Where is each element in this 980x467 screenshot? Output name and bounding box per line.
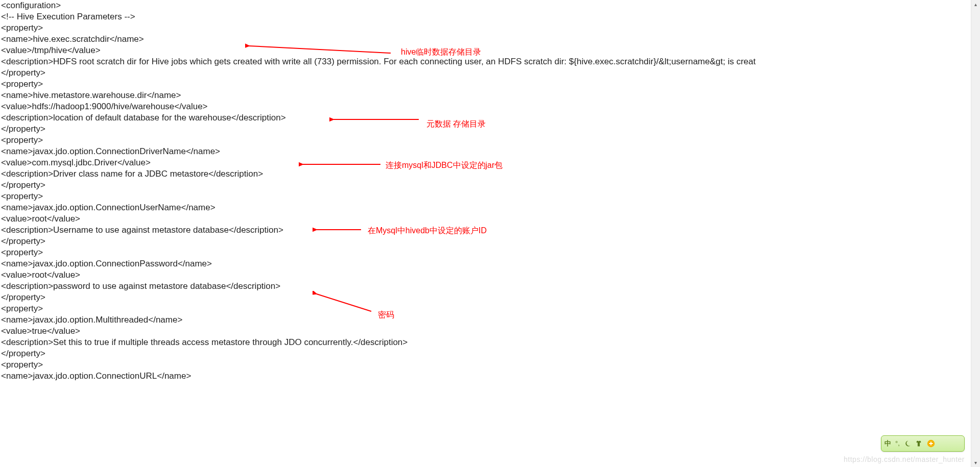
shirt-icon[interactable]: [915, 440, 922, 447]
tools-icon[interactable]: [926, 439, 936, 448]
code-line: <property>: [0, 247, 980, 258]
code-line: </property>: [0, 180, 980, 191]
code-line: <property>: [0, 22, 980, 34]
annotation-text: 在Mysql中hivedb中设定的账户ID: [368, 226, 487, 236]
code-line: <description>password to use against met…: [0, 281, 980, 292]
annotation-text: 密码: [378, 310, 394, 321]
code-line: <value>/tmp/hive</value>: [0, 45, 980, 56]
code-line: <name>javax.jdo.option.ConnectionUserNam…: [0, 202, 980, 213]
annotation-text: 元数据 存储目录: [426, 119, 486, 130]
code-line: <value>true</value>: [0, 326, 980, 337]
code-line: <description>Set this to true if multipl…: [0, 337, 980, 348]
code-line: </property>: [0, 292, 980, 303]
code-line: </property>: [0, 236, 980, 247]
code-line: <value>hdfs://hadoop1:9000/hive/warehous…: [0, 101, 980, 112]
scroll-down-icon[interactable]: ▾: [971, 458, 980, 467]
code-line: <description>HDFS root scratch dir for H…: [0, 56, 980, 67]
code-line: <configuration>: [0, 0, 980, 11]
scroll-up-icon[interactable]: ▴: [971, 0, 980, 9]
ime-language-label[interactable]: 中: [885, 439, 891, 448]
code-line: <name>hive.metastore.warehouse.dir</name…: [0, 90, 980, 101]
ime-toolbar[interactable]: 中 °,: [881, 435, 965, 452]
code-line: <property>: [0, 303, 980, 314]
code-line: <name>javax.jdo.option.ConnectionDriverN…: [0, 146, 980, 157]
code-line: </property>: [0, 348, 980, 359]
ime-punct-icon[interactable]: °,: [895, 439, 900, 448]
code-line: <name>hive.exec.scratchdir</name>: [0, 34, 980, 45]
code-line: </property>: [0, 124, 980, 135]
code-line: <description>location of default databas…: [0, 112, 980, 124]
code-line: <property>: [0, 359, 980, 371]
code-line: <name>javax.jdo.option.Multithreaded</na…: [0, 314, 980, 326]
code-line: <value>root</value>: [0, 213, 980, 225]
code-line: <name>javax.jdo.option.ConnectionPasswor…: [0, 258, 980, 269]
code-line: </property>: [0, 67, 980, 79]
code-line: <property>: [0, 191, 980, 202]
code-line: <name>javax.jdo.option.ConnectionURL</na…: [0, 371, 980, 382]
watermark-text: https://blog.csdn.net/master_hunter: [844, 455, 965, 464]
vertical-scrollbar[interactable]: ▴ ▾: [971, 0, 980, 467]
moon-icon[interactable]: [904, 440, 911, 447]
code-line: <property>: [0, 135, 980, 146]
code-line: <value>root</value>: [0, 269, 980, 281]
annotation-text: hive临时数据存储目录: [401, 47, 481, 58]
document-page: <configuration> <!-- Hive Execution Para…: [0, 0, 980, 467]
code-line: <property>: [0, 79, 980, 90]
annotation-text: 连接mysql和JDBC中设定的jar包: [386, 160, 503, 171]
code-line: <!-- Hive Execution Parameters -->: [0, 11, 980, 22]
code-line: <description>Username to use against met…: [0, 225, 980, 236]
